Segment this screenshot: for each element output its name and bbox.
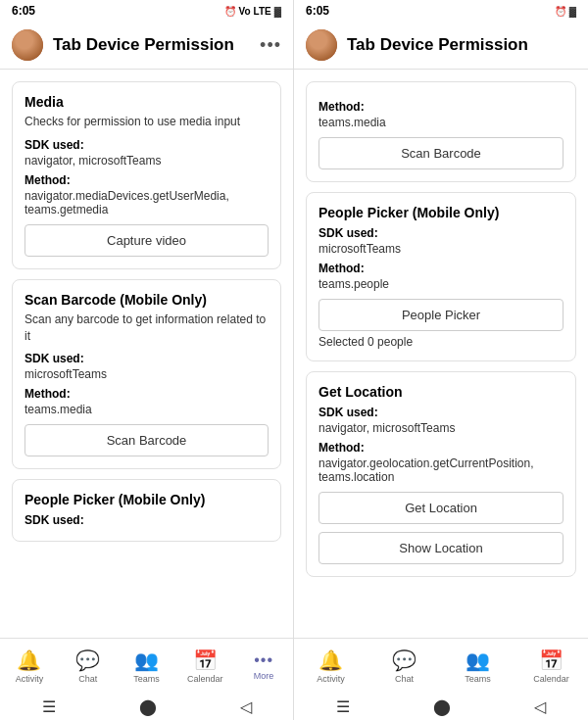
people-picker-button-right[interactable]: People Picker [318, 299, 564, 331]
system-bar-left: ☰ ⬤ ◁ [0, 693, 293, 720]
people-picker-method-label-right: Method: [318, 262, 564, 275]
system-bar-right: ☰ ⬤ ◁ [294, 693, 588, 720]
nav-chat-left[interactable]: 💬 Chat [59, 643, 118, 689]
left-screen: 6:05 ⏰ Vo LTE ▓ Tab Device Permission ••… [0, 0, 294, 720]
battery-icon: ▓ [274, 6, 281, 17]
people-picker-title-left: People Picker (Mobile Only) [24, 492, 269, 507]
content-left: Media Checks for permission to use media… [0, 70, 293, 638]
get-location-method-value-right: navigator.geolocation.getCurrentPosition… [318, 456, 564, 484]
get-location-title-right: Get Location [318, 384, 564, 400]
activity-label-right: Activity [317, 674, 345, 684]
media-card: Media Checks for permission to use media… [12, 81, 281, 269]
menu-button-left[interactable]: ☰ [42, 697, 56, 716]
people-picker-sdk-value-right: microsoftTeams [318, 242, 564, 256]
nav-teams-left[interactable]: 👥 Teams [118, 643, 176, 689]
scan-method-label: Method: [24, 387, 269, 401]
home-button-left[interactable]: ⬤ [139, 697, 157, 716]
scan-barcode-card: Scan Barcode (Mobile Only) Scan any barc… [12, 279, 281, 470]
wifi-icon: LTE [254, 6, 271, 17]
teams-label-right: Teams [465, 674, 491, 684]
bottom-nav-left: 🔔 Activity 💬 Chat 👥 Teams 📅 Calendar •••… [0, 638, 293, 693]
scan-barcode-button-right[interactable]: Scan Barcode [318, 137, 564, 169]
avatar-left [12, 29, 43, 61]
people-picker-sdk-label-left: SDK used: [24, 513, 269, 527]
nav-more-left[interactable]: ••• More [234, 643, 293, 689]
calendar-icon-right: 📅 [539, 648, 564, 672]
header-left: Tab Device Permission ••• [0, 22, 293, 70]
content-right: Method: teams.media Scan Barcode People … [294, 70, 588, 638]
time-left: 6:05 [12, 4, 35, 18]
media-sdk-label: SDK used: [24, 138, 269, 152]
activity-icon-left: 🔔 [17, 648, 41, 672]
get-location-card-right: Get Location SDK used: navigator, micros… [306, 371, 576, 577]
right-screen: 6:05 ⏰ ▓ Tab Device Permission Method: t… [294, 0, 588, 720]
get-location-method-label-right: Method: [318, 441, 564, 455]
chat-label-right: Chat [395, 674, 414, 684]
header-menu-left[interactable]: ••• [260, 35, 281, 56]
status-bar-right: 6:05 ⏰ ▓ [294, 0, 588, 22]
status-icons-right: ⏰ ▓ [555, 6, 576, 17]
home-button-right[interactable]: ⬤ [433, 697, 451, 716]
alarm-icon: ⏰ [224, 6, 236, 17]
people-picker-method-value-right: teams.people [318, 277, 564, 291]
people-picker-selected-right: Selected 0 people [318, 335, 564, 349]
nav-calendar-right[interactable]: 📅 Calendar [514, 643, 588, 689]
scan-method-value: teams.media [24, 403, 269, 416]
back-button-left[interactable]: ◁ [240, 697, 252, 716]
calendar-icon-left: 📅 [193, 648, 218, 672]
scan-barcode-button-left[interactable]: Scan Barcode [24, 424, 269, 456]
nav-teams-right[interactable]: 👥 Teams [441, 643, 514, 689]
scan-method-label-right: Method: [318, 100, 564, 114]
menu-button-right[interactable]: ☰ [336, 697, 350, 716]
scan-barcode-title: Scan Barcode (Mobile Only) [24, 292, 269, 308]
get-location-button-right[interactable]: Get Location [318, 492, 564, 524]
chat-icon-right: 💬 [392, 648, 416, 672]
people-picker-title-right: People Picker (Mobile Only) [318, 205, 564, 220]
signal-icon-right: ▓ [569, 6, 576, 17]
get-location-sdk-label-right: SDK used: [318, 406, 564, 419]
media-method-label: Method: [24, 173, 269, 187]
people-picker-card-left: People Picker (Mobile Only) SDK used: [12, 479, 281, 542]
media-desc: Checks for permission to use media input [24, 114, 269, 130]
more-label-left: More [254, 671, 274, 681]
activity-label-left: Activity [16, 674, 44, 684]
media-method-value: navigator.mediaDevices.getUserMedia, tea… [24, 189, 269, 216]
people-picker-card-right: People Picker (Mobile Only) SDK used: mi… [306, 192, 576, 361]
media-title: Media [24, 94, 269, 110]
capture-video-button[interactable]: Capture video [24, 224, 269, 257]
teams-label-left: Teams [133, 674, 160, 684]
more-icon-left: ••• [254, 651, 273, 669]
alarm-icon-right: ⏰ [555, 6, 566, 17]
status-bar-left: 6:05 ⏰ Vo LTE ▓ [0, 0, 293, 22]
scan-sdk-value: microsoftTeams [24, 367, 269, 381]
header-title-left: Tab Device Permission [53, 35, 250, 55]
calendar-label-left: Calendar [187, 674, 223, 684]
activity-icon-right: 🔔 [318, 648, 343, 672]
people-picker-sdk-label-right: SDK used: [318, 226, 564, 240]
chat-label-left: Chat [78, 674, 97, 684]
show-location-button-right[interactable]: Show Location [318, 532, 564, 564]
teams-icon-left: 👥 [134, 648, 159, 672]
signal-icon: Vo [239, 6, 251, 17]
status-icons-left: ⏰ Vo LTE ▓ [224, 6, 282, 17]
nav-chat-right[interactable]: 💬 Chat [368, 643, 441, 689]
scan-barcode-desc: Scan any barcode to get information rela… [24, 312, 269, 345]
get-location-sdk-value-right: navigator, microsoftTeams [318, 421, 564, 435]
chat-icon-left: 💬 [75, 648, 100, 672]
header-right: Tab Device Permission [294, 22, 588, 70]
scan-method-value-right: teams.media [318, 116, 564, 129]
nav-activity-left[interactable]: 🔔 Activity [0, 643, 59, 689]
calendar-label-right: Calendar [533, 674, 569, 684]
avatar-right [306, 29, 337, 61]
back-button-right[interactable]: ◁ [534, 697, 546, 716]
scan-barcode-right-card: Method: teams.media Scan Barcode [306, 81, 576, 182]
nav-calendar-left[interactable]: 📅 Calendar [175, 643, 234, 689]
media-sdk-value: navigator, microsoftTeams [24, 154, 269, 168]
scan-sdk-label: SDK used: [24, 352, 269, 365]
time-right: 6:05 [306, 4, 329, 18]
nav-activity-right[interactable]: 🔔 Activity [294, 643, 368, 689]
teams-icon-right: 👥 [466, 648, 490, 672]
bottom-nav-right: 🔔 Activity 💬 Chat 👥 Teams 📅 Calendar [294, 638, 588, 693]
header-title-right: Tab Device Permission [347, 35, 576, 55]
